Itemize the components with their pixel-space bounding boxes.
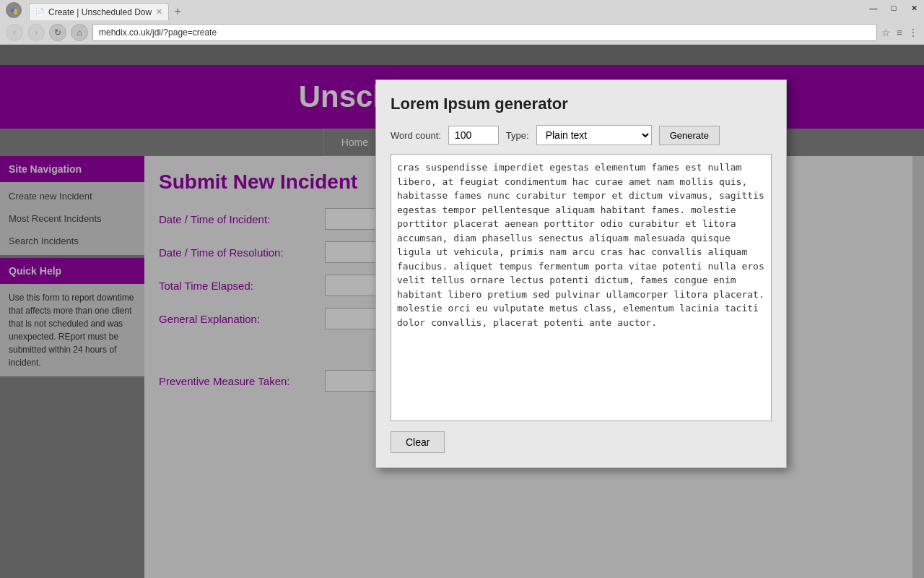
clear-button[interactable]: Clear [391, 431, 445, 453]
menu-icon[interactable]: ⋮ [908, 27, 918, 38]
tab-title: Create | Unscheduled Dow [48, 7, 152, 17]
lorem-modal-title: Lorem Ipsum generator [391, 95, 772, 113]
new-tab-btn[interactable]: + [169, 3, 186, 20]
window-controls: — □ ✕ [863, 0, 924, 16]
tab-favicon: 📄 [35, 8, 44, 16]
tab-bar: 📄 Create | Unscheduled Dow ✕ + [26, 0, 186, 20]
browser-logo: 🎭 [6, 2, 22, 18]
browser-chrome: 🎭 📄 Create | Unscheduled Dow ✕ + — □ ✕ ‹… [0, 0, 924, 45]
browser-titlebar: 🎭 📄 Create | Unscheduled Dow ✕ + — □ ✕ [0, 0, 924, 20]
type-label: Type: [506, 130, 529, 141]
home-btn[interactable]: ⌂ [71, 24, 88, 41]
word-count-label: Word count: [391, 130, 441, 141]
maximize-btn[interactable]: □ [884, 0, 904, 16]
extension-icon[interactable]: ≡ [897, 27, 902, 38]
lorem-ipsum-modal: Lorem Ipsum generator Word count: Type: … [375, 79, 787, 468]
minimize-btn[interactable]: — [863, 0, 884, 16]
word-count-input[interactable] [448, 126, 499, 144]
forward-btn[interactable]: › [27, 24, 45, 41]
lorem-controls: Word count: Type: Plain text HTML Markdo… [391, 125, 772, 145]
address-text: mehdix.co.uk/jdi/?page=create [99, 27, 217, 38]
generate-button[interactable]: Generate [659, 126, 720, 145]
address-bar[interactable]: mehdix.co.uk/jdi/?page=create [92, 24, 877, 41]
tab-close-btn[interactable]: ✕ [156, 7, 162, 17]
close-btn[interactable]: ✕ [904, 0, 924, 16]
browser-tab[interactable]: 📄 Create | Unscheduled Dow ✕ [29, 3, 169, 20]
page-content: Unscheduled Downtim Home Articles FAQ's … [0, 65, 924, 578]
reload-btn[interactable]: ↻ [49, 24, 66, 41]
browser-navbar: ‹ › ↻ ⌂ mehdix.co.uk/jdi/?page=create ☆ … [0, 20, 924, 45]
lorem-footer: Clear [391, 431, 772, 453]
back-btn[interactable]: ‹ [6, 24, 23, 41]
lorem-output-textarea[interactable] [391, 154, 772, 421]
bookmark-icon[interactable]: ☆ [881, 27, 891, 38]
type-select[interactable]: Plain text HTML Markdown [536, 125, 652, 145]
browser-action-icons: ☆ ≡ ⋮ [881, 27, 918, 38]
